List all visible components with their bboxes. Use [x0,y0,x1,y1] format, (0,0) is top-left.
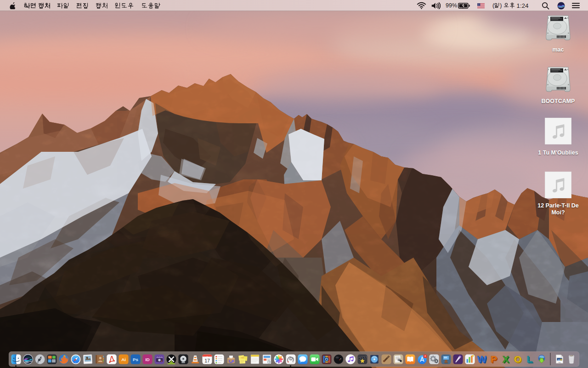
svg-text:L: L [526,354,532,364]
svg-text:Ai: Ai [121,357,126,362]
svg-text:O: O [514,354,521,364]
svg-text:Ps: Ps [133,357,138,362]
svg-text:P: P [490,354,497,364]
svg-text:17: 17 [204,357,210,363]
svg-text:mpg: mpg [558,362,561,363]
svg-text:X: X [502,354,509,364]
svg-text:W: W [477,354,486,364]
svg-text:ID: ID [145,357,150,362]
